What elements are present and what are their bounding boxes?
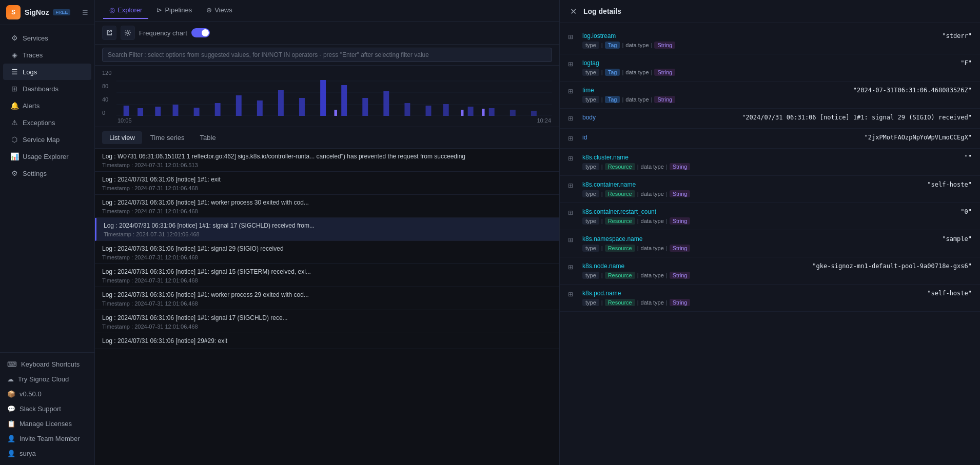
detail-row-content: log.iostream type | Tag | data type | St… — [582, 32, 936, 49]
detail-row-content: k8s.node.name type | Resource | data typ… — [582, 262, 806, 279]
svg-rect-29 — [531, 111, 537, 116]
detail-row-key: k8s.container.name — [582, 181, 921, 188]
detail-row: ⊞ k8s.container.restart_count type | Res… — [560, 203, 980, 230]
sidebar-header: S SigNoz FREE ☰ — [0, 0, 94, 25]
log-item[interactable]: Log : 2024/07/31 06:31:06 [notice] 1#1: … — [95, 264, 559, 287]
footer-item-label: Try Signoz Cloud — [18, 375, 69, 383]
detail-row-tags: type | Tag | data type | String — [582, 42, 936, 49]
log-timestamp: Timestamp : 2024-07-31 12:01:06.513 — [102, 162, 552, 168]
detail-row-content: body — [582, 114, 736, 123]
log-item[interactable]: Log : 2024/07/31 06:31:06 [notice] 1#1: … — [95, 287, 559, 310]
tag-type-label: type — [582, 272, 599, 279]
main-content: ◎ Explorer ⊳ Pipelines ⊕ Views Frequency… — [95, 0, 559, 465]
log-item[interactable]: Log : W0731 06:31:06.151021 1 reflector.… — [95, 149, 559, 172]
tag-type-label: type — [582, 190, 599, 197]
sidebar-item-slack-support[interactable]: 💬 Slack Support — [0, 401, 94, 416]
svg-rect-26 — [468, 107, 474, 116]
toolbar-icon-btn-1[interactable] — [102, 26, 116, 40]
row-expand-icon[interactable]: ⊞ — [568, 115, 576, 122]
tag-datatype-value: String — [654, 96, 675, 103]
sidebar-item-try-signoz-cloud[interactable]: ☁ Try Signoz Cloud — [0, 372, 94, 387]
tab-pipelines[interactable]: ⊳ Pipelines — [150, 2, 198, 19]
log-item[interactable]: Log : 2024/07/31 06:31:06 [notice] 29#29… — [95, 333, 559, 349]
sidebar-item-alerts[interactable]: 🔔 Alerts — [3, 97, 91, 114]
y-label-120: 120 — [102, 70, 111, 76]
sidebar-item-label: Service Map — [23, 136, 60, 144]
search-bar-container — [95, 45, 559, 66]
sidebar-item-invite-team-member[interactable]: 👤 Invite Team Member — [0, 431, 94, 446]
freq-chart-label: Frequency chart — [139, 29, 187, 37]
sidebar-item-exceptions[interactable]: ⚠ Exceptions — [3, 114, 91, 131]
close-detail-button[interactable]: ✕ — [568, 6, 578, 16]
row-expand-icon[interactable]: ⊞ — [568, 182, 576, 189]
log-timestamp: Timestamp : 2024-07-31 12:01:06.468 — [104, 231, 552, 237]
detail-row: ⊞ k8s.pod.name type | Resource | data ty… — [560, 285, 980, 312]
row-expand-icon[interactable]: ⊞ — [568, 155, 576, 162]
tag-datatype-value: String — [670, 190, 691, 197]
row-expand-icon[interactable]: ⊞ — [568, 291, 576, 298]
tag-type-label: type — [582, 217, 599, 225]
sidebar-item-keyboard-shortcuts[interactable]: ⌨ Keyboard Shortcuts — [0, 357, 94, 372]
detail-row: ⊞ k8s.namespace.name type | Resource | d… — [560, 230, 980, 257]
tab-views[interactable]: ⊕ Views — [200, 2, 238, 19]
y-label-0: 0 — [102, 110, 111, 116]
log-text: Log : 2024/07/31 06:31:06 [notice] 1#1: … — [102, 198, 552, 207]
sidebar-item-manage-licenses[interactable]: 📋 Manage Licenses — [0, 416, 94, 431]
collapse-sidebar-button[interactable]: ☰ — [82, 9, 88, 16]
log-timestamp: Timestamp : 2024-07-31 12:01:06.468 — [102, 277, 552, 284]
row-expand-icon[interactable]: ⊞ — [568, 135, 576, 142]
svg-rect-23 — [404, 103, 410, 116]
logs-icon: ☰ — [10, 68, 18, 76]
row-expand-icon[interactable]: ⊞ — [568, 209, 576, 216]
view-tab-time-series[interactable]: Time series — [143, 131, 192, 144]
log-item[interactable]: Log : 2024/07/31 06:31:06 [notice] 1#1: … — [95, 310, 559, 333]
sidebar-item-traces[interactable]: ◈ Traces — [3, 47, 91, 63]
log-text: Log : W0731 06:31:06.151021 1 reflector.… — [102, 152, 552, 161]
sidebar-nav: ⚙ Services ◈ Traces ☰ Logs ⊞ Dashboards … — [0, 25, 94, 352]
log-text: Log : 2024/07/31 06:31:06 [notice] 1#1: … — [104, 221, 552, 230]
detail-row: ⊞ k8s.node.name type | Resource | data t… — [560, 257, 980, 285]
row-expand-icon[interactable]: ⊞ — [568, 236, 576, 244]
sidebar-item-settings[interactable]: ⚙ Settings — [3, 165, 91, 181]
tag-type-label: type — [582, 69, 599, 76]
sidebar-item-label: Dashboards — [23, 85, 58, 93]
row-expand-icon[interactable]: ⊞ — [568, 60, 576, 68]
settings-icon: ⚙ — [10, 169, 18, 177]
view-tab-list[interactable]: List view — [102, 131, 142, 144]
view-tab-table[interactable]: Table — [193, 131, 223, 144]
detail-row: ⊞ log.iostream type | Tag | data type | … — [560, 27, 980, 54]
svg-rect-6 — [124, 106, 129, 116]
detail-row-key: id — [582, 134, 858, 141]
detail-row-key: k8s.container.restart_count — [582, 208, 954, 215]
log-item[interactable]: Log : 2024/07/31 06:31:06 [notice] 1#1: … — [95, 218, 559, 241]
svg-rect-22 — [482, 109, 484, 116]
sidebar-item-user-profile[interactable]: 👤 surya — [0, 446, 94, 461]
views-tab-icon: ⊕ — [206, 6, 212, 14]
search-input[interactable] — [102, 48, 552, 62]
log-item[interactable]: Log : 2024/07/31 06:31:06 [notice] 1#1: … — [95, 241, 559, 264]
svg-rect-11 — [215, 103, 221, 116]
detail-row-tags: type | Tag | data type | String — [582, 96, 847, 103]
log-item[interactable]: Log : 2024/07/31 06:31:06 [notice] 1#1: … — [95, 172, 559, 195]
row-expand-icon[interactable]: ⊞ — [568, 88, 576, 95]
toolbar-icon-btn-2[interactable] — [121, 26, 135, 40]
freq-chart-toggle[interactable] — [191, 28, 210, 37]
row-expand-icon[interactable]: ⊞ — [568, 264, 576, 271]
exceptions-icon: ⚠ — [10, 118, 18, 127]
sidebar-item-services[interactable]: ⚙ Services — [3, 30, 91, 46]
tab-explorer[interactable]: ◎ Explorer — [103, 2, 148, 19]
log-item[interactable]: Log : 2024/07/31 06:31:06 [notice] 1#1: … — [95, 195, 559, 218]
x-label-1024: 10:24 — [537, 117, 551, 124]
sidebar-item-dashboards[interactable]: ⊞ Dashboards — [3, 80, 91, 97]
tag-type-value: Resource — [605, 190, 635, 197]
detail-row-value: "self-hoste" — [927, 290, 972, 297]
sidebar-item-service-map[interactable]: ⬡ Service Map — [3, 131, 91, 148]
row-expand-icon[interactable]: ⊞ — [568, 33, 576, 41]
log-timestamp: Timestamp : 2024-07-31 12:01:06.468 — [102, 254, 552, 260]
sidebar-item-usage-explorer[interactable]: 📊 Usage Explorer — [3, 148, 91, 165]
detail-row: ⊞ logtag type | Tag | data type | String… — [560, 54, 980, 82]
detail-row-key: k8s.pod.name — [582, 290, 921, 297]
detail-row-key: logtag — [582, 59, 954, 67]
sidebar-item-logs[interactable]: ☰ Logs — [3, 64, 91, 80]
svg-rect-12 — [236, 95, 242, 116]
